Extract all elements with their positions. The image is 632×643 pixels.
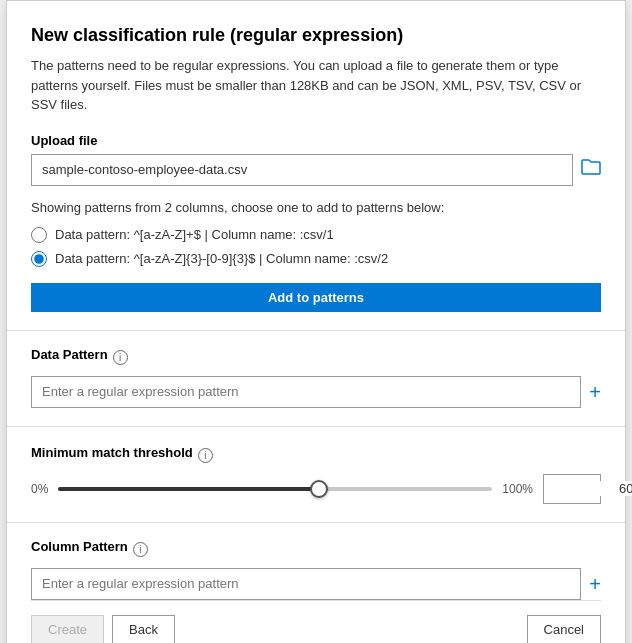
folder-icon	[581, 158, 601, 181]
dialog-description: The patterns need to be regular expressi…	[31, 56, 601, 115]
data-pattern-label-row: Data Pattern i	[31, 347, 601, 368]
patterns-info: Showing patterns from 2 columns, choose …	[31, 200, 601, 215]
data-pattern-section: Data Pattern i +	[31, 331, 601, 408]
column-pattern-input-row: +	[31, 568, 601, 600]
threshold-label: Minimum match threshold	[31, 445, 193, 460]
threshold-max-label: 100%	[502, 482, 533, 496]
column-pattern-info-icon[interactable]: i	[133, 542, 148, 557]
data-pattern-label: Data Pattern	[31, 347, 108, 362]
threshold-row: 0% 100% ▲ ▼	[31, 474, 601, 504]
data-pattern-add-button[interactable]: +	[589, 382, 601, 402]
column-pattern-label: Column Pattern	[31, 539, 128, 554]
column-pattern-add-button[interactable]: +	[589, 574, 601, 594]
dialog-container: New classification rule (regular express…	[6, 0, 626, 643]
radio-label-1: Data pattern: ^[a-zA-Z]+$ | Column name:…	[55, 227, 334, 242]
add-to-patterns-button[interactable]: Add to patterns	[31, 283, 601, 312]
data-pattern-input-row: +	[31, 376, 601, 408]
slider-thumb[interactable]	[310, 480, 328, 498]
back-button[interactable]: Back	[112, 615, 175, 644]
upload-row	[31, 154, 601, 186]
dialog-title: New classification rule (regular express…	[31, 25, 601, 46]
column-pattern-section: Column Pattern i +	[31, 523, 601, 600]
threshold-section: Minimum match threshold i 0% 100% ▲ ▼	[31, 427, 601, 522]
radio-option-1[interactable]: Data pattern: ^[a-zA-Z]+$ | Column name:…	[31, 227, 601, 243]
slider-fill	[58, 487, 318, 491]
threshold-value-input[interactable]	[544, 481, 632, 496]
threshold-slider-container[interactable]	[58, 479, 492, 499]
radio-pattern-1[interactable]	[31, 227, 47, 243]
upload-file-input[interactable]	[31, 154, 573, 186]
threshold-label-row: Minimum match threshold i	[31, 445, 601, 466]
column-pattern-input[interactable]	[31, 568, 581, 600]
threshold-min-label: 0%	[31, 482, 48, 496]
footer-left-buttons: Create Back	[31, 615, 175, 644]
browse-folder-button[interactable]	[581, 158, 601, 181]
radio-pattern-2[interactable]	[31, 251, 47, 267]
create-button[interactable]: Create	[31, 615, 104, 644]
data-pattern-input[interactable]	[31, 376, 581, 408]
radio-option-2[interactable]: Data pattern: ^[a-zA-Z]{3}-[0-9]{3}$ | C…	[31, 251, 601, 267]
threshold-value-box: ▲ ▼	[543, 474, 601, 504]
slider-track	[58, 487, 492, 491]
cancel-button[interactable]: Cancel	[527, 615, 601, 644]
radio-label-2: Data pattern: ^[a-zA-Z]{3}-[0-9]{3}$ | C…	[55, 251, 388, 266]
threshold-info-icon[interactable]: i	[198, 448, 213, 463]
data-pattern-info-icon[interactable]: i	[113, 350, 128, 365]
column-pattern-label-row: Column Pattern i	[31, 539, 601, 560]
upload-label: Upload file	[31, 133, 601, 148]
dialog-footer: Create Back Cancel	[31, 600, 601, 644]
